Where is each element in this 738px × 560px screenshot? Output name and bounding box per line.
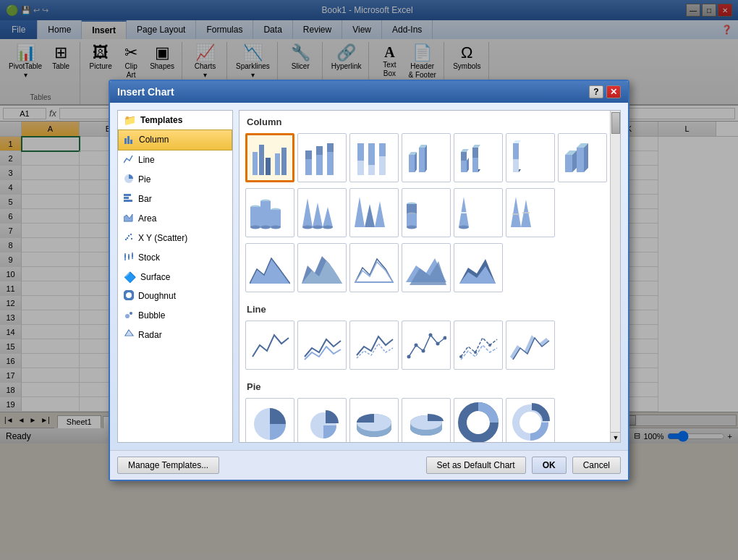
svg-rect-26 bbox=[266, 158, 271, 175]
insert-chart-dialog: Insert Chart ? ✕ 📁 Templates Column bbox=[109, 80, 629, 444]
pie-3d[interactable] bbox=[349, 398, 399, 443]
bar-chart-icon bbox=[124, 193, 134, 205]
line-basic[interactable] bbox=[245, 321, 294, 370]
column-section-label: Column bbox=[239, 111, 620, 130]
chart-type-scatter[interactable]: X Y (Scatter) bbox=[118, 229, 232, 248]
svg-rect-28 bbox=[281, 148, 287, 175]
svg-rect-60 bbox=[513, 143, 519, 159]
svg-rect-30 bbox=[305, 150, 312, 159]
pie-label: Pie bbox=[138, 174, 150, 184]
chart-type-column[interactable]: Column bbox=[118, 130, 232, 150]
pie-basic[interactable] bbox=[245, 398, 294, 443]
chart-type-doughnut[interactable]: Doughnut bbox=[118, 287, 232, 306]
column-3d-stacked[interactable] bbox=[454, 133, 503, 182]
svg-rect-38 bbox=[368, 143, 375, 165]
line-chart-grid bbox=[239, 318, 620, 376]
area-mountain1[interactable] bbox=[245, 243, 294, 292]
area-3d1[interactable] bbox=[402, 243, 451, 292]
pie-exploded[interactable] bbox=[297, 398, 347, 443]
doughnut-basic[interactable] bbox=[454, 398, 503, 443]
column-stacked[interactable] bbox=[297, 133, 347, 182]
area-mountain2[interactable] bbox=[297, 243, 347, 292]
line-markers[interactable] bbox=[402, 321, 451, 370]
column-100stacked[interactable] bbox=[349, 133, 399, 182]
svg-rect-32 bbox=[316, 146, 323, 155]
svg-rect-42 bbox=[409, 155, 415, 172]
svg-marker-81 bbox=[323, 207, 333, 227]
doughnut-exploded[interactable] bbox=[506, 398, 555, 443]
svg-point-8 bbox=[128, 234, 130, 236]
chart-types-panel: 📁 Templates Column Line bbox=[117, 110, 233, 443]
column-3d-100stacked[interactable] bbox=[506, 133, 555, 182]
svg-point-21 bbox=[130, 312, 132, 315]
svg-point-10 bbox=[130, 233, 132, 234]
svg-rect-34 bbox=[327, 143, 334, 152]
chart-type-stock[interactable]: Stock bbox=[118, 248, 232, 268]
dialog-scroll-down[interactable]: ▼ bbox=[611, 432, 621, 442]
area-mountain3[interactable] bbox=[349, 243, 399, 292]
chart-type-line[interactable]: Line bbox=[118, 150, 232, 170]
line-markers-stacked[interactable] bbox=[454, 321, 503, 370]
svg-rect-31 bbox=[316, 155, 323, 175]
svg-rect-6 bbox=[124, 200, 132, 202]
svg-rect-46 bbox=[419, 148, 425, 172]
area-3d2[interactable] bbox=[454, 243, 503, 292]
surface-icon: 🔷 bbox=[124, 271, 136, 283]
chart-type-radar[interactable]: Radar bbox=[118, 326, 232, 345]
pie-3d-exploded[interactable] bbox=[402, 398, 451, 443]
svg-rect-27 bbox=[275, 153, 280, 175]
chart-type-surface[interactable]: 🔷 Surface bbox=[118, 268, 232, 287]
column-clustered[interactable] bbox=[245, 133, 294, 182]
templates-icon: 📁 bbox=[124, 114, 136, 126]
dialog-close-button[interactable]: ✕ bbox=[606, 85, 621, 98]
line-3d[interactable] bbox=[506, 321, 555, 370]
svg-point-19 bbox=[127, 294, 130, 297]
dialog-body: 📁 Templates Column Line bbox=[110, 103, 628, 444]
column-3d[interactable] bbox=[558, 133, 607, 182]
line-100stacked[interactable] bbox=[349, 321, 399, 370]
svg-point-98 bbox=[407, 355, 411, 358]
pie-section-label: Pie bbox=[239, 376, 620, 395]
chart-type-bar[interactable]: Bar bbox=[118, 190, 232, 209]
cylinder-clustered[interactable] bbox=[245, 188, 294, 237]
svg-marker-83 bbox=[355, 197, 365, 227]
column-3d-clustered[interactable] bbox=[402, 133, 451, 182]
dialog-titlebar: Insert Chart ? ✕ bbox=[110, 81, 628, 103]
dialog-scroll-thumb[interactable] bbox=[611, 112, 620, 134]
svg-rect-75 bbox=[271, 210, 281, 227]
pyramid-clustered[interactable] bbox=[349, 188, 399, 237]
line-section-label: Line bbox=[239, 298, 620, 318]
svg-rect-2 bbox=[130, 140, 132, 144]
svg-marker-61 bbox=[513, 140, 521, 143]
stock-label: Stock bbox=[138, 253, 160, 263]
svg-rect-89 bbox=[407, 214, 417, 227]
svg-rect-56 bbox=[472, 148, 478, 158]
cone-stacked[interactable] bbox=[454, 188, 503, 237]
dialog-help-button[interactable]: ? bbox=[589, 85, 603, 98]
svg-rect-24 bbox=[253, 152, 258, 175]
dialog-scrollbar[interactable]: ▼ bbox=[610, 111, 620, 442]
pie-chart-icon bbox=[124, 174, 134, 186]
chart-type-pie[interactable]: Pie bbox=[118, 170, 232, 190]
cylinder-stacked[interactable] bbox=[402, 188, 451, 237]
chart-type-bubble[interactable]: Bubble bbox=[118, 306, 232, 326]
svg-rect-13 bbox=[124, 255, 126, 258]
line-stacked[interactable] bbox=[297, 321, 347, 370]
pyramid-stacked[interactable] bbox=[506, 188, 555, 237]
svg-rect-69 bbox=[250, 207, 260, 227]
svg-marker-53 bbox=[461, 149, 469, 152]
svg-rect-52 bbox=[461, 152, 467, 161]
svg-point-20 bbox=[125, 314, 130, 318]
column-label: Column bbox=[139, 135, 169, 145]
line-chart-icon bbox=[124, 154, 134, 166]
doughnut-label: Doughnut bbox=[138, 291, 176, 301]
svg-rect-5 bbox=[124, 197, 129, 199]
svg-point-80 bbox=[313, 225, 323, 229]
svg-marker-77 bbox=[302, 198, 313, 227]
svg-point-76 bbox=[271, 225, 281, 229]
svg-marker-85 bbox=[375, 201, 385, 227]
cone-clustered[interactable] bbox=[297, 188, 347, 237]
chart-type-area[interactable]: Area bbox=[118, 209, 232, 229]
svg-rect-0 bbox=[124, 138, 127, 144]
chart-type-templates[interactable]: 📁 Templates bbox=[118, 111, 232, 130]
